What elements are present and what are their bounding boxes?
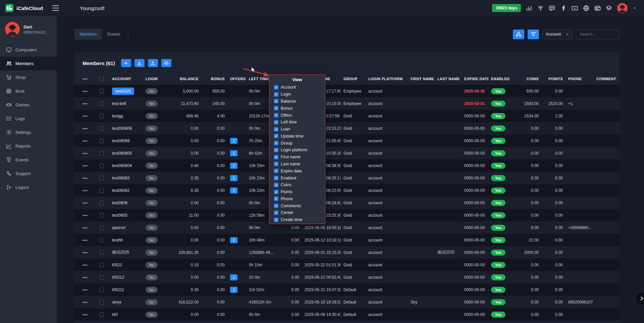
cell-enabled[interactable]: Yes [488,147,514,159]
checkbox-checked-icon[interactable]: ✓ [274,183,278,187]
row-actions-icon[interactable]: ••• [83,126,88,130]
account-link[interactable]: t05212 [112,275,124,280]
column-header-actions[interactable]: ••• [74,72,97,85]
account-link[interactable]: qworort [112,225,125,230]
row-actions-icon[interactable]: ••• [83,275,88,279]
view-option-account[interactable]: ✓Account [269,84,325,91]
checkbox-checked-icon[interactable]: ✓ [274,148,278,152]
row-actions-icon[interactable]: ••• [83,300,88,304]
row-checkbox[interactable] [99,275,104,280]
row-checkbox[interactable] [99,151,104,156]
view-option-create-time[interactable]: ✓Create time [269,216,325,223]
checkbox-checked-icon[interactable]: ✓ [274,190,278,194]
row-actions-icon[interactable]: ••• [83,226,88,230]
cell-actions[interactable]: ••• [74,308,97,321]
enabled-badge[interactable]: Yes [491,125,505,131]
cell-select[interactable] [97,172,109,184]
cell-select[interactable] [97,246,109,259]
checkbox-checked-icon[interactable]: ✓ [274,106,278,110]
cell-enabled[interactable]: Yes [488,159,514,172]
download-button[interactable] [135,59,145,67]
view-option-points[interactable]: ✓Points [269,189,325,196]
view-option-update-time[interactable]: ✓Update time [269,132,325,140]
cell-select[interactable] [97,110,109,122]
cell-select[interactable] [97,296,109,308]
view-option-login[interactable]: ✓Login [269,91,325,98]
cell-select[interactable] [97,234,109,246]
cell-select[interactable] [97,147,109,159]
column-header-comment[interactable]: COMMENT [594,72,620,85]
view-option-last-name[interactable]: ✓Last name [269,161,325,168]
enabled-badge[interactable]: Yes [491,150,505,156]
cell-actions[interactable]: ••• [74,97,97,110]
cell-actions[interactable]: ••• [74,259,97,271]
plus-button[interactable] [121,59,131,67]
sidebar-item-events[interactable]: Events [0,153,57,167]
row-actions-icon[interactable]: ••• [83,77,88,81]
sidebar-item-members[interactable]: Members [0,57,57,70]
row-actions-icon[interactable]: ••• [83,189,88,193]
checkbox-checked-icon[interactable]: ✓ [274,155,278,159]
cell-enabled[interactable]: Yes [488,85,514,97]
sidebar-item-logs[interactable]: Logs [0,112,57,125]
enabled-badge[interactable]: Yes [491,312,505,318]
cell-actions[interactable]: ••• [74,172,97,184]
cell-select[interactable] [97,259,109,271]
enabled-badge[interactable]: Yes [491,287,505,293]
cell-select[interactable] [97,283,109,296]
view-option-comments[interactable]: ✓Comments [269,202,325,209]
checkbox-checked-icon[interactable]: ✓ [274,127,278,131]
view-option-loan[interactable]: ✓Loan [269,126,325,133]
sidebar-item-computers[interactable]: Computers [0,43,57,57]
cell-account[interactable]: test06063 [109,172,143,184]
account-link[interactable]: t0522 [112,263,122,267]
account-link[interactable]: 测试2025 [112,250,129,255]
cell-account[interactable]: t05212 [109,271,143,283]
antenna-icon[interactable] [537,5,544,11]
cell-actions[interactable]: ••• [74,209,97,221]
sidebar-item-boot[interactable]: Boot [0,84,57,98]
cell-actions[interactable]: ••• [74,234,97,246]
cell-select[interactable] [97,271,109,283]
cell-actions[interactable]: ••• [74,159,97,172]
cell-account[interactable]: test-brill [109,97,143,110]
enabled-badge[interactable]: Yes [491,175,505,181]
cell-enabled[interactable]: Yes [488,246,514,259]
avatar-chevron-down-icon[interactable] [633,6,637,10]
checkbox-checked-icon[interactable]: ✓ [274,134,278,138]
checkbox-checked-icon[interactable]: ✓ [274,141,278,145]
globe-icon[interactable] [583,5,589,11]
cell-select[interactable] [97,209,109,221]
cell-select[interactable] [97,85,109,97]
account-link[interactable]: test06066 [112,139,130,143]
cell-account[interactable]: test060605 [109,147,143,159]
row-actions-icon[interactable]: ••• [83,288,88,292]
account-link[interactable]: test-brill [112,101,126,106]
cell-account[interactable]: test0605 [109,209,143,221]
column-header-group[interactable]: GROUP [341,72,366,85]
checkbox-checked-icon[interactable]: ✓ [274,204,278,208]
cell-enabled[interactable]: Yes [488,97,514,110]
cell-enabled[interactable]: Yes [488,134,514,147]
cell-select[interactable] [97,221,109,234]
cell-select[interactable] [97,134,109,147]
column-header-points[interactable]: POINTS [541,72,566,85]
view-option-enabled[interactable]: ✓Enabled [269,174,325,181]
column-header-account[interactable]: ACCOUNT [109,72,143,85]
account-link[interactable]: testgg [112,114,123,118]
row-actions-icon[interactable]: ••• [83,213,88,217]
checkbox-checked-icon[interactable]: ✓ [274,162,278,166]
account-link[interactable]: testhh [112,238,123,243]
cell-select[interactable] [97,197,109,209]
row-actions-icon[interactable]: ••• [83,139,88,143]
cell-enabled[interactable]: Yes [488,259,514,271]
account-link[interactable]: test050806 [112,126,132,131]
cell-actions[interactable]: ••• [74,110,97,122]
enabled-badge[interactable]: Yes [491,262,505,268]
row-checkbox[interactable] [99,139,104,143]
checkbox-checked-icon[interactable]: ✓ [274,197,278,201]
row-checkbox[interactable] [99,238,104,243]
cell-enabled[interactable]: Yes [488,110,514,122]
cell-account[interactable]: test06066 [109,134,143,147]
cell-enabled[interactable]: Yes [488,234,514,246]
